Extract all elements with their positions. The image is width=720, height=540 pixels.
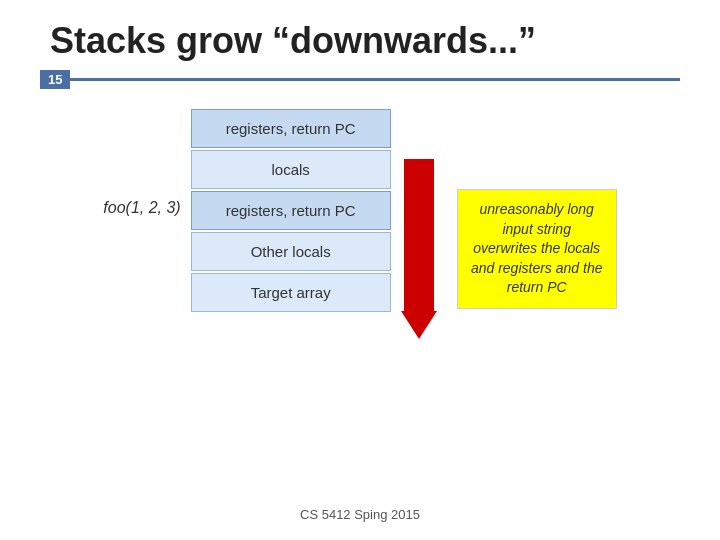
foo-label-col: foo(1, 2, 3) (103, 199, 190, 217)
box-other-locals: Other locals (191, 232, 391, 271)
stack-area: foo(1, 2, 3) registers, return PC locals… (103, 109, 436, 339)
arrow-col (401, 109, 437, 339)
stack-boxes: registers, return PC locals registers, r… (191, 109, 391, 314)
box-registers-top: registers, return PC (191, 109, 391, 148)
box-locals-top: locals (191, 150, 391, 189)
slide-container: Stacks grow “downwards...” 15 foo(1, 2, … (0, 0, 720, 540)
slide-number-bar: 15 (40, 70, 680, 89)
slide-number-line (70, 78, 680, 81)
footer: CS 5412 Sping 2015 (0, 507, 720, 522)
annotation-box: unreasonably long input string overwrite… (457, 189, 617, 309)
red-arrow (401, 159, 437, 339)
foo-label: foo(1, 2, 3) (103, 199, 180, 217)
red-arrow-head (401, 311, 437, 339)
red-arrow-body (404, 159, 434, 311)
box-target-array: Target array (191, 273, 391, 312)
box-registers-mid: registers, return PC (191, 191, 391, 230)
main-content: foo(1, 2, 3) registers, return PC locals… (40, 109, 680, 339)
slide-number: 15 (40, 70, 70, 89)
slide-title: Stacks grow “downwards...” (50, 20, 680, 62)
